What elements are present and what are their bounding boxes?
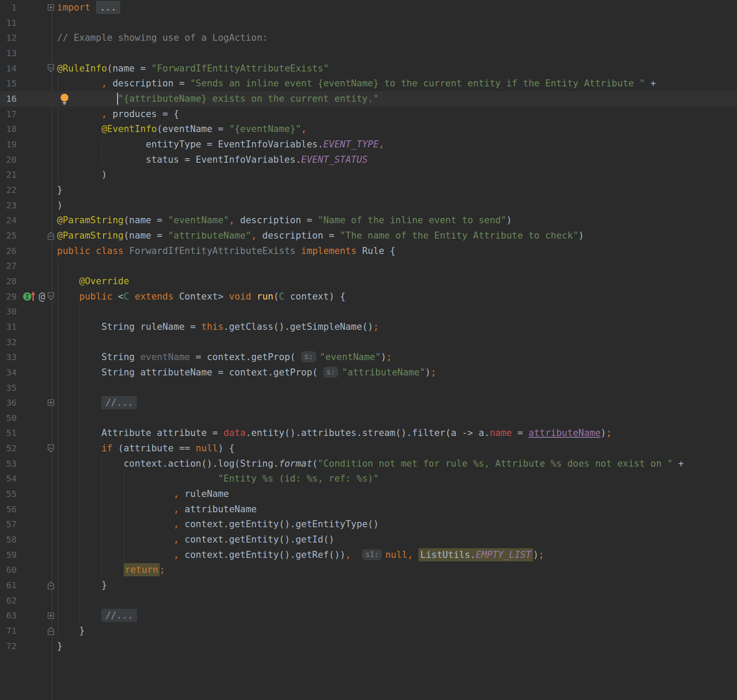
line-number[interactable]: 54 [0,471,17,486]
code-text[interactable]: } [57,639,63,654]
code-line[interactable]: 32 [0,335,737,350]
line-number[interactable]: 11 [0,15,17,31]
code-text[interactable]: , ruleName [57,486,229,502]
code-line[interactable]: 36 //... [0,395,737,411]
line-number[interactable]: 72 [0,639,17,654]
line-number[interactable]: 55 [0,486,17,502]
code-line[interactable]: 71 } [0,623,737,639]
fold-collapsed-icon[interactable] [47,611,55,620]
code-line[interactable]: 63 //... [0,608,737,623]
code-line[interactable]: 28 @Override [0,274,737,289]
fold-collapsed-icon[interactable] [47,398,55,407]
code-text[interactable]: public class ForwardIfEntityAttributeExi… [57,243,395,259]
code-text[interactable]: , produces = { [57,107,179,122]
code-text[interactable]: @ParamString(name = "eventName", descrip… [57,213,512,228]
line-number[interactable]: 31 [0,319,17,335]
code-text[interactable]: String ruleName = this.getClass().getSim… [57,319,379,335]
code-line[interactable]: 12// Example showing use of a LogAction: [0,30,737,46]
code-line[interactable]: 25@ParamString(name = "attributeName", d… [0,228,737,243]
line-number[interactable]: 22 [0,182,17,198]
line-number[interactable]: 32 [0,335,17,350]
line-number[interactable]: 25 [0,228,17,243]
line-number[interactable]: 26 [0,243,17,259]
line-number[interactable]: 17 [0,107,17,122]
code-line[interactable]: 17 , produces = { [0,107,737,122]
line-number[interactable]: 18 [0,121,17,137]
annotation-at-icon[interactable]: @ [39,291,45,302]
code-text[interactable]: import ... [57,0,120,15]
code-line[interactable]: 27 [0,258,737,274]
code-line[interactable]: 59 , context.getEntity().getRef()), s1:n… [0,547,737,563]
line-number[interactable]: 59 [0,547,17,563]
line-number[interactable]: 57 [0,517,17,532]
code-line[interactable]: 13 [0,46,737,61]
code-text[interactable]: if (attribute == null) { [57,441,235,456]
code-text[interactable]: "{attributeName} exists on the current e… [57,91,379,107]
line-number[interactable]: 15 [0,76,17,91]
code-text[interactable]: , attributeName [57,502,257,517]
code-line[interactable]: 54 "Entity %s (id: %s, ref: %s)" [0,471,737,486]
line-number[interactable]: 61 [0,578,17,593]
code-text[interactable]: entityType = EventInfoVariables.EVENT_TY… [57,137,384,152]
code-text[interactable]: } [57,578,107,593]
line-number[interactable]: 34 [0,365,17,380]
code-text[interactable]: , description = "Sends an inline event {… [57,76,656,91]
implements-icon[interactable] [22,290,37,302]
line-number[interactable]: 50 [0,411,17,426]
fold-start-icon[interactable] [47,292,55,301]
code-text[interactable]: ) [57,198,63,213]
line-number[interactable]: 14 [0,61,17,76]
code-line[interactable]: 26public class ForwardIfEntityAttributeE… [0,243,737,259]
code-line[interactable]: 1import ... [0,0,737,15]
code-line[interactable]: 35 [0,380,737,396]
code-text[interactable]: // Example showing use of a LogAction: [57,30,268,46]
code-line[interactable]: 72} [0,639,737,654]
code-text[interactable]: } [57,182,63,198]
code-line[interactable]: 62 [0,593,737,608]
code-text[interactable]: String eventName = context.getProp( s:"e… [57,350,392,365]
fold-end-icon[interactable] [47,231,55,240]
code-line[interactable]: 24@ParamString(name = "eventName", descr… [0,213,737,228]
code-line[interactable]: 15 , description = "Sends an inline even… [0,76,737,91]
fold-end-icon[interactable] [47,626,55,636]
code-line[interactable]: 53 context.action().log(String.format("C… [0,456,737,471]
line-number[interactable]: 1 [0,0,17,15]
code-line[interactable]: 56 , attributeName [0,502,737,517]
code-line[interactable]: 61 } [0,578,737,593]
fold-collapsed-icon[interactable] [47,3,55,12]
code-line[interactable]: 21 ) [0,167,737,182]
line-number[interactable]: 30 [0,304,17,319]
line-number[interactable]: 24 [0,213,17,228]
code-line[interactable]: 29@ public <C extends Context> void run(… [0,289,737,304]
line-number[interactable]: 29 [0,289,17,304]
line-number[interactable]: 60 [0,562,17,578]
code-line[interactable]: 16 "{attributeName} exists on the curren… [0,91,737,107]
code-text[interactable]: , context.getEntity().getEntityType() [57,517,379,532]
line-number[interactable]: 19 [0,137,17,152]
code-line[interactable]: 33 String eventName = context.getProp( s… [0,350,737,365]
line-number[interactable]: 27 [0,258,17,274]
code-text[interactable]: Attribute attribute = data.entity().attr… [57,425,612,441]
code-text[interactable]: @EventInfo(eventName = "{eventName}", [57,121,307,137]
code-text[interactable]: , context.getEntity().getRef()), s1:null… [57,547,544,563]
code-text[interactable]: "Entity %s (id: %s, ref: %s)" [57,471,379,486]
line-number[interactable]: 62 [0,593,17,608]
code-line[interactable]: 22} [0,182,737,198]
line-number[interactable]: 16 [0,91,17,107]
code-text[interactable]: return; [57,562,165,578]
line-number[interactable]: 13 [0,46,17,61]
code-line[interactable]: 23) [0,198,737,213]
line-number[interactable]: 20 [0,152,17,168]
line-number[interactable]: 63 [0,608,17,623]
code-text[interactable]: } [57,623,85,639]
code-line[interactable]: 31 String ruleName = this.getClass().get… [0,319,737,335]
code-text[interactable]: status = EventInfoVariables.EVENT_STATUS [57,152,368,168]
code-text[interactable]: //... [57,608,137,623]
line-number[interactable]: 21 [0,167,17,182]
line-number[interactable]: 23 [0,198,17,213]
code-line[interactable]: 30 [0,304,737,319]
code-text[interactable]: , context.getEntity().getId() [57,532,334,547]
line-number[interactable]: 53 [0,456,17,471]
code-line[interactable]: 60 return; [0,562,737,578]
code-text[interactable]: //... [57,395,137,411]
